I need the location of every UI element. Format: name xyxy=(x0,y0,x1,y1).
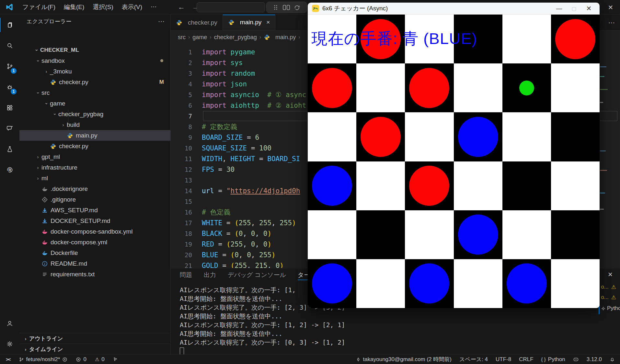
tree-item-infrastructure[interactable]: ›infrastructure xyxy=(19,162,170,173)
tree-item-README.md[interactable]: README.md xyxy=(19,258,170,269)
menu-表示(V)[interactable]: 表示(V) xyxy=(118,1,146,13)
tree-item-DOCKER_SETUP.md[interactable]: DOCKER_SETUP.md xyxy=(19,215,170,226)
tree-item-checker.py[interactable]: checker.pyM xyxy=(19,77,170,87)
status-スペース: 4[interactable]: スペース: 4 xyxy=(459,356,488,363)
status-CRLF[interactable]: CRLF xyxy=(519,356,533,363)
tree-item-docker-compose-sandbox.yml[interactable]: docker-compose-sandbox.yml xyxy=(19,226,170,237)
panel-close-button[interactable]: ✕ xyxy=(608,271,613,278)
board-cell-3-0[interactable] xyxy=(308,161,356,210)
status-warnings[interactable]: ⚠0 xyxy=(95,356,105,363)
board-cell-0-5[interactable] xyxy=(551,15,600,63)
pygame-close-button[interactable]: ✕ xyxy=(581,4,596,13)
blue-piece[interactable] xyxy=(312,166,352,206)
tab-close-icon[interactable]: × xyxy=(266,19,270,26)
board-cell-5-2[interactable] xyxy=(405,259,454,308)
status-launch[interactable] xyxy=(113,357,118,362)
board-cell-4-5[interactable] xyxy=(551,210,600,259)
terminal-instance-active[interactable]: Pytho... xyxy=(599,303,620,314)
menu-ファイル(F)[interactable]: ファイル(F) xyxy=(18,1,60,13)
tree-item-main.py[interactable]: main.py xyxy=(19,130,170,141)
status-branch[interactable]: feture/noshi2* xyxy=(19,356,68,363)
breadcrumb-item[interactable]: game xyxy=(192,34,207,41)
section-タイムライン[interactable]: ›タイムライン xyxy=(19,344,170,354)
board-cell-3-2[interactable] xyxy=(405,161,454,210)
board-cell-4-1[interactable] xyxy=(356,210,405,259)
status-UTF-8[interactable]: UTF-8 xyxy=(496,356,511,363)
board-cell-1-3[interactable] xyxy=(454,63,502,112)
activitybar-search[interactable] xyxy=(0,35,19,56)
red-piece[interactable] xyxy=(409,166,449,206)
blue-piece[interactable] xyxy=(409,263,449,303)
status-commit[interactable]: takayoung30@gmail.com (2 時間前) xyxy=(356,356,452,363)
board-cell-1-0[interactable] xyxy=(308,63,356,112)
tree-item-ml[interactable]: ›ml xyxy=(19,173,170,183)
breadcrumb-item[interactable]: src xyxy=(178,34,186,41)
activitybar-r-language[interactable]: R xyxy=(0,160,19,180)
board-cell-2-3[interactable] xyxy=(454,112,502,161)
activitybar-files[interactable] xyxy=(0,15,19,35)
editor-more-actions-button[interactable]: ⋯ xyxy=(608,15,615,31)
tree-item-checker_pygbag[interactable]: ⌄checker_pygbag xyxy=(19,109,170,119)
status-3.12.0[interactable]: 3.12.0 xyxy=(587,356,602,363)
tree-item-docker-compose.yml[interactable]: docker-compose.yml xyxy=(19,237,170,248)
red-piece[interactable] xyxy=(361,117,401,157)
board-cell-1-5[interactable] xyxy=(551,63,600,112)
board-cell-2-5[interactable] xyxy=(551,112,600,161)
blue-piece[interactable] xyxy=(458,117,498,157)
board-cell-3-5[interactable] xyxy=(551,161,600,210)
explorer-more-actions-button[interactable]: ⋯ xyxy=(158,17,165,25)
tree-item-requirements.txt[interactable]: requirements.txt xyxy=(19,269,170,280)
tree-item-checker.py[interactable]: checker.py xyxy=(19,141,170,151)
board-cell-1-2[interactable] xyxy=(405,63,454,112)
tree-item-game[interactable]: ⌄game xyxy=(19,98,170,109)
menu-選択(S)[interactable]: 選択(S) xyxy=(88,1,117,13)
activitybar-source-control[interactable]: 1 xyxy=(0,56,19,77)
board-cell-0-4[interactable] xyxy=(502,15,551,63)
blue-piece[interactable] xyxy=(507,263,547,303)
blue-piece[interactable] xyxy=(312,263,352,303)
tree-item-build[interactable]: ›build xyxy=(19,119,170,130)
blue-piece[interactable] xyxy=(458,215,498,255)
red-piece[interactable] xyxy=(409,68,449,108)
menu-編集(E)[interactable]: 編集(E) xyxy=(60,1,88,13)
redo-icon[interactable] xyxy=(294,5,300,10)
status-remote[interactable]: >< xyxy=(6,356,10,363)
status-bell[interactable] xyxy=(610,357,615,362)
status-braces[interactable]: { }Python xyxy=(541,356,565,363)
board-cell-3-4[interactable] xyxy=(502,161,551,210)
activitybar-extensions[interactable] xyxy=(0,97,19,118)
tree-item-AWS_SETUP.md[interactable]: AWS_SETUP.md xyxy=(19,205,170,215)
activitybar-chat[interactable] xyxy=(0,118,19,139)
grip-dots-icon[interactable] xyxy=(273,5,278,10)
board-cell-4-3[interactable] xyxy=(454,210,502,259)
checkers-board[interactable]: 現在の手番: 青 (BLUE) xyxy=(308,15,600,308)
status-errors[interactable]: 0 xyxy=(76,356,86,363)
board-cell-5-0[interactable] xyxy=(308,259,356,308)
board-cell-2-4[interactable] xyxy=(502,112,551,161)
board-cell-3-1[interactable] xyxy=(356,161,405,210)
window-close-button[interactable]: ✕ xyxy=(606,3,615,12)
activitybar-run-debug[interactable]: 1 xyxy=(0,77,19,97)
tree-item-sandbox[interactable]: ⌄sandbox xyxy=(19,55,170,66)
red-piece[interactable] xyxy=(555,19,595,59)
tree-root-checker-ml[interactable]: ⌄CHECKER_ML xyxy=(19,45,170,55)
tab-main.py[interactable]: main.py× xyxy=(223,15,276,30)
panel-tab-出力[interactable]: 出力 xyxy=(204,268,216,282)
panel-tab-デバッグ コンソール[interactable]: デバッグ コンソール xyxy=(228,268,286,282)
breadcrumb-item[interactable]: checker_pygbag xyxy=(214,34,257,41)
board-cell-2-1[interactable] xyxy=(356,112,405,161)
tree-item-gpt_ml[interactable]: ›gpt_ml xyxy=(19,151,170,162)
section-アウトライン[interactable]: ›アウトライン xyxy=(19,333,170,344)
activitybar-account[interactable] xyxy=(0,313,19,334)
board-cell-5-5[interactable] xyxy=(551,259,600,308)
pygame-titlebar[interactable]: 6x6 チェッカー (Async) — ▢ ✕ xyxy=(308,3,600,15)
board-cell-4-4[interactable] xyxy=(502,210,551,259)
breadcrumb-item[interactable]: main.py xyxy=(275,34,296,41)
board-cell-1-1[interactable] xyxy=(356,63,405,112)
tree-item-src[interactable]: ⌄src xyxy=(19,87,170,98)
board-cell-2-0[interactable] xyxy=(308,112,356,161)
board-cell-5-4[interactable] xyxy=(502,259,551,308)
board-cell-4-0[interactable] xyxy=(308,210,356,259)
board-cell-5-1[interactable] xyxy=(356,259,405,308)
tree-item-Dockerfile[interactable]: Dockerfile xyxy=(19,248,170,258)
